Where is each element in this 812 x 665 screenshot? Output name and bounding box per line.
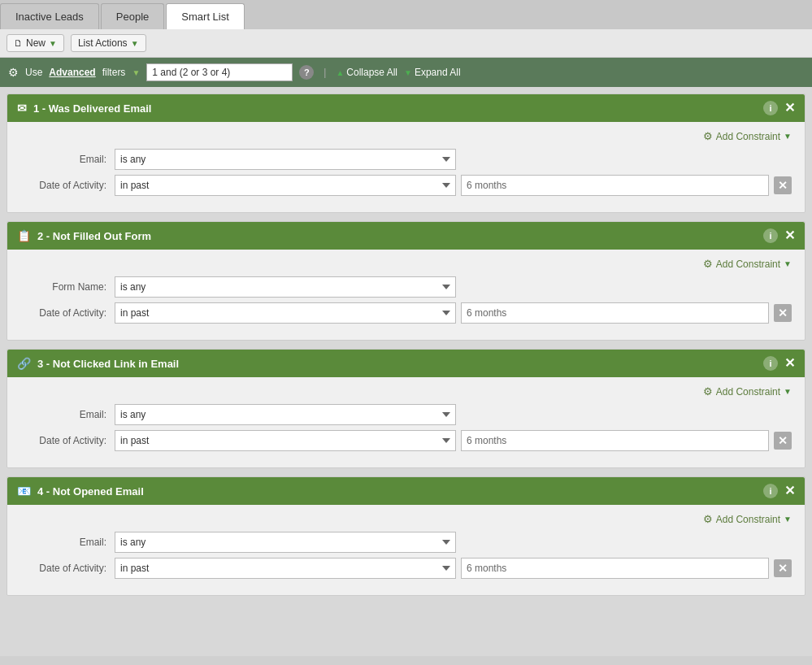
filter-card-2-date-label: Date of Activity: — [20, 307, 110, 319]
filter-card-1-header: ✉ 1 - Was Delivered Email i ✕ — [7, 94, 805, 122]
filter-card-4-header: 📧 4 - Not Opened Email i ✕ — [7, 477, 805, 505]
filter-card-4-field-date: Date of Activity: in past ✕ — [20, 558, 792, 579]
filter-card-3-info-button[interactable]: i — [763, 356, 778, 371]
tab-inactive-leads[interactable]: Inactive Leads — [0, 3, 99, 29]
filter-card-2-formname-select[interactable]: is any — [115, 276, 456, 298]
filter-card-1-close-button[interactable]: ✕ — [784, 102, 795, 115]
expand-icon: ▼ — [404, 68, 412, 77]
filters-label: filters — [102, 67, 126, 78]
expand-all-button[interactable]: ▼ Expand All — [404, 67, 461, 78]
filter-card-3-date-select[interactable]: in past — [115, 430, 456, 451]
filter-card-4-info-button[interactable]: i — [763, 484, 778, 498]
filter-card-2-body: ⚙ Add Constraint ▼ Form Name: is any Dat… — [7, 250, 805, 340]
filter-card-4: 📧 4 - Not Opened Email i ✕ ⚙ Add Constra… — [7, 476, 805, 596]
filter-card-3-header: 🔗 3 - Not Clicked Link in Email i ✕ — [7, 350, 805, 377]
filter-card-3-field-date: Date of Activity: in past ✕ — [20, 430, 792, 451]
filter-card-2-field-date: Date of Activity: in past ✕ — [20, 302, 792, 324]
new-button[interactable]: 🗋 New ▼ — [7, 34, 64, 52]
filter-card-2-header: 📋 2 - Not Filled Out Form i ✕ — [7, 222, 805, 250]
filter-card-1-title: 1 - Was Delivered Email — [33, 102, 151, 115]
add-constraint-icon: ⚙ — [703, 130, 713, 142]
tab-people[interactable]: People — [101, 3, 164, 29]
filter-card-1-email-label: Email: — [20, 154, 110, 165]
filter-card-1-field-date: Date of Activity: in past ✕ — [20, 175, 792, 196]
filter-card-3-date-label: Date of Activity: — [20, 435, 110, 446]
filter-card-2-date-value-input[interactable] — [461, 302, 769, 324]
add-constraint-2-icon: ⚙ — [703, 258, 713, 270]
filter-card-1-body: ⚙ Add Constraint ▼ Email: is any Date of… — [7, 122, 805, 212]
filter-card-4-add-constraint-row: ⚙ Add Constraint ▼ — [20, 513, 792, 525]
filter-card-4-email-label: Email: — [20, 537, 110, 548]
filter-card-2-icon: 📋 — [17, 229, 31, 242]
help-button[interactable]: ? — [299, 65, 314, 80]
filter-card-1-date-value-input[interactable] — [461, 175, 769, 196]
tabs-bar: Inactive Leads People Smart List — [0, 0, 812, 29]
filter-card-2-date-select[interactable]: in past — [115, 302, 456, 324]
filter-card-2-add-constraint-button[interactable]: ⚙ Add Constraint ▼ — [703, 258, 792, 270]
filter-card-3-email-select[interactable]: is any — [115, 404, 456, 425]
filter-card-1-add-constraint-button[interactable]: ⚙ Add Constraint ▼ — [703, 130, 792, 142]
filter-card-1-add-constraint-row: ⚙ Add Constraint ▼ — [20, 130, 792, 142]
add-constraint-2-arrow: ▼ — [784, 259, 792, 268]
filter-card-4-actions: i ✕ — [763, 484, 795, 498]
filter-card-1-icon: ✉ — [17, 102, 27, 115]
filter-card-3-date-remove-button[interactable]: ✕ — [774, 432, 792, 450]
filter-card-4-title: 4 - Not Opened Email — [37, 485, 144, 498]
filter-card-1-title-group: ✉ 1 - Was Delivered Email — [17, 102, 151, 115]
filter-expression-input[interactable] — [146, 63, 293, 81]
filter-card-4-field-email: Email: is any — [20, 532, 792, 553]
filter-card-1-date-select[interactable]: in past — [115, 175, 456, 196]
filter-card-2: 📋 2 - Not Filled Out Form i ✕ ⚙ Add Cons… — [7, 221, 805, 341]
tab-smart-list[interactable]: Smart List — [166, 3, 245, 29]
filter-card-4-date-select[interactable]: in past — [115, 558, 456, 579]
filter-card-3-add-constraint-row: ⚙ Add Constraint ▼ — [20, 385, 792, 398]
filter-card-3-field-email: Email: is any — [20, 404, 792, 425]
add-constraint-3-icon: ⚙ — [703, 385, 713, 398]
list-actions-arrow: ▼ — [131, 39, 139, 48]
filter-card-2-info-button[interactable]: i — [763, 228, 778, 243]
filter-card-2-title-group: 📋 2 - Not Filled Out Form — [17, 229, 151, 242]
filter-card-3-icon: 🔗 — [17, 357, 31, 370]
new-arrow: ▼ — [49, 39, 57, 48]
filter-card-2-add-constraint-row: ⚙ Add Constraint ▼ — [20, 258, 792, 270]
filter-card-2-title: 2 - Not Filled Out Form — [37, 230, 151, 242]
filter-card-4-close-button[interactable]: ✕ — [784, 485, 795, 498]
filter-card-4-date-value-input[interactable] — [461, 558, 769, 579]
filter-card-4-email-select[interactable]: is any — [115, 532, 456, 553]
filter-card-4-title-group: 📧 4 - Not Opened Email — [17, 485, 144, 498]
filter-card-1-field-email: Email: is any — [20, 149, 792, 170]
filter-card-2-formname-label: Form Name: — [20, 281, 110, 293]
filter-card-1: ✉ 1 - Was Delivered Email i ✕ ⚙ Add Cons… — [7, 93, 805, 213]
filter-card-1-info-button[interactable]: i — [763, 101, 778, 115]
collapse-all-button[interactable]: ▲ Collapse All — [336, 67, 397, 78]
filter-card-2-date-remove-button[interactable]: ✕ — [774, 304, 792, 322]
list-actions-button[interactable]: List Actions ▼ — [71, 34, 146, 52]
filter-card-3-body: ⚙ Add Constraint ▼ Email: is any Date of… — [7, 377, 805, 467]
filter-card-4-date-label: Date of Activity: — [20, 563, 110, 574]
filter-card-4-date-remove-button[interactable]: ✕ — [774, 559, 792, 577]
advanced-label[interactable]: Advanced — [49, 67, 95, 78]
filter-card-2-field-formname: Form Name: is any — [20, 276, 792, 298]
divider: | — [323, 67, 326, 78]
add-constraint-arrow: ▼ — [784, 132, 792, 141]
add-constraint-4-icon: ⚙ — [703, 513, 713, 525]
filter-card-3-email-label: Email: — [20, 409, 110, 420]
filter-card-2-actions: i ✕ — [763, 228, 795, 243]
filter-card-3-title-group: 🔗 3 - Not Clicked Link in Email — [17, 357, 179, 370]
filter-card-3-actions: i ✕ — [763, 356, 795, 371]
filter-icon: ⚙ — [8, 66, 19, 79]
filter-card-3-add-constraint-button[interactable]: ⚙ Add Constraint ▼ — [703, 385, 792, 398]
filter-card-2-close-button[interactable]: ✕ — [784, 229, 795, 242]
filter-card-4-icon: 📧 — [17, 485, 31, 498]
main-content: ✉ 1 - Was Delivered Email i ✕ ⚙ Add Cons… — [0, 87, 812, 656]
filter-card-1-email-select[interactable]: is any — [115, 149, 456, 170]
filter-card-3-date-value-input[interactable] — [461, 430, 769, 451]
collapse-icon: ▲ — [336, 68, 344, 77]
filter-card-1-date-remove-button[interactable]: ✕ — [774, 176, 792, 194]
filter-bar: ⚙ Use Advanced filters ▼ ? | ▲ Collapse … — [0, 58, 812, 87]
filter-card-4-add-constraint-button[interactable]: ⚙ Add Constraint ▼ — [703, 513, 792, 525]
filter-card-1-actions: i ✕ — [763, 101, 795, 115]
add-constraint-4-arrow: ▼ — [784, 515, 792, 524]
filter-card-3-close-button[interactable]: ✕ — [784, 357, 795, 370]
filter-dropdown-arrow[interactable]: ▼ — [132, 68, 140, 77]
